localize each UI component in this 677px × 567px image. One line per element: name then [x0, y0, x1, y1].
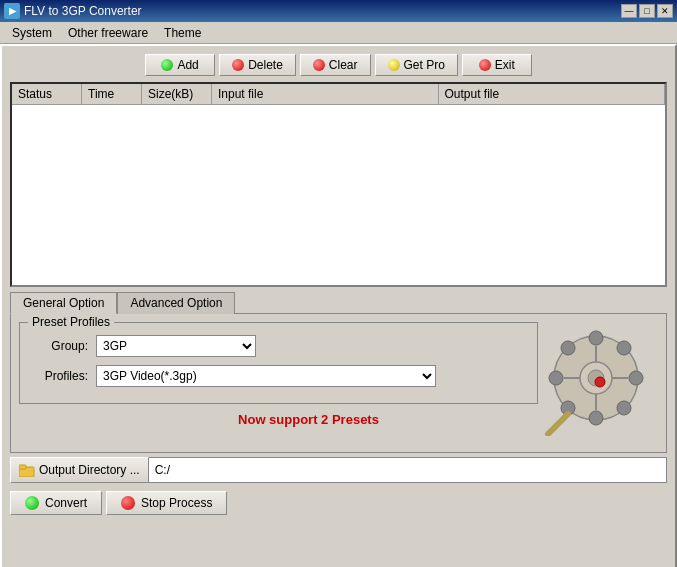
group-label: Group: — [28, 339, 88, 353]
group-row: Group: 3GP — [28, 335, 529, 357]
clear-button[interactable]: Clear — [300, 54, 371, 76]
svg-point-3 — [549, 371, 563, 385]
film-reel-container — [538, 326, 648, 436]
tab-general-option[interactable]: General Option — [10, 292, 117, 314]
window-title: FLV to 3GP Converter — [24, 4, 142, 18]
clear-label: Clear — [329, 58, 358, 72]
main-window: Add Delete Clear Get Pro Exit Status Tim… — [0, 44, 677, 567]
menu-bar: System Other freeware Theme — [0, 22, 677, 44]
convert-label: Convert — [45, 496, 87, 510]
svg-point-8 — [617, 401, 631, 415]
folder-icon — [19, 463, 35, 477]
output-path-input[interactable] — [149, 457, 667, 483]
svg-point-5 — [561, 341, 575, 355]
add-label: Add — [177, 58, 198, 72]
tab-content-inner: Preset Profiles Group: 3GP Profiles: 3GP… — [19, 322, 658, 436]
minimize-button[interactable]: — — [621, 4, 637, 18]
exit-button[interactable]: Exit — [462, 54, 532, 76]
file-list-body — [12, 105, 665, 285]
preset-profiles-group: Preset Profiles Group: 3GP Profiles: 3GP… — [19, 322, 538, 404]
film-reel-icon — [538, 326, 648, 436]
col-input: Input file — [212, 84, 439, 104]
tab-advanced-option[interactable]: Advanced Option — [117, 292, 235, 314]
tab-left: Preset Profiles Group: 3GP Profiles: 3GP… — [19, 322, 538, 427]
svg-rect-19 — [19, 465, 26, 469]
tabs-container: General Option Advanced Option Preset Pr… — [10, 291, 667, 453]
maximize-button[interactable]: □ — [639, 4, 655, 18]
svg-point-1 — [589, 331, 603, 345]
file-list-container: Status Time Size(kB) Input file Output f… — [10, 82, 667, 287]
svg-point-6 — [617, 341, 631, 355]
add-button[interactable]: Add — [145, 54, 215, 76]
add-icon — [161, 59, 173, 71]
get-pro-button[interactable]: Get Pro — [375, 54, 458, 76]
tabs-header: General Option Advanced Option — [10, 291, 667, 313]
title-bar-left: ▶ FLV to 3GP Converter — [4, 3, 142, 19]
svg-point-4 — [629, 371, 643, 385]
menu-system[interactable]: System — [4, 24, 60, 42]
stop-process-label: Stop Process — [141, 496, 212, 510]
output-row: Output Directory ... — [10, 457, 667, 483]
convert-icon — [25, 496, 39, 510]
output-directory-label: Output Directory ... — [39, 463, 140, 477]
col-output: Output file — [439, 84, 666, 104]
tab-content: Preset Profiles Group: 3GP Profiles: 3GP… — [10, 313, 667, 453]
col-time: Time — [82, 84, 142, 104]
title-controls: — □ ✕ — [621, 4, 673, 18]
toolbar: Add Delete Clear Get Pro Exit — [6, 50, 671, 80]
delete-button[interactable]: Delete — [219, 54, 296, 76]
file-list-header: Status Time Size(kB) Input file Output f… — [12, 84, 665, 105]
get-pro-label: Get Pro — [404, 58, 445, 72]
output-directory-button[interactable]: Output Directory ... — [10, 457, 149, 483]
profiles-label: Profiles: — [28, 369, 88, 383]
profiles-row: Profiles: 3GP Video(*.3gp) — [28, 365, 529, 387]
group-select[interactable]: 3GP — [96, 335, 256, 357]
preset-profiles-title: Preset Profiles — [28, 315, 114, 329]
exit-label: Exit — [495, 58, 515, 72]
stop-icon — [121, 496, 135, 510]
stop-process-button[interactable]: Stop Process — [106, 491, 227, 515]
convert-button[interactable]: Convert — [10, 491, 102, 515]
profiles-select[interactable]: 3GP Video(*.3gp) — [96, 365, 436, 387]
delete-label: Delete — [248, 58, 283, 72]
app-icon: ▶ — [4, 3, 20, 19]
clear-icon — [313, 59, 325, 71]
title-bar: ▶ FLV to 3GP Converter — □ ✕ — [0, 0, 677, 22]
svg-point-15 — [595, 377, 605, 387]
svg-line-16 — [548, 414, 568, 434]
menu-other-freeware[interactable]: Other freeware — [60, 24, 156, 42]
bottom-buttons: Convert Stop Process — [6, 487, 671, 519]
close-button[interactable]: ✕ — [657, 4, 673, 18]
exit-icon — [479, 59, 491, 71]
col-status: Status — [12, 84, 82, 104]
svg-point-2 — [589, 411, 603, 425]
delete-icon — [232, 59, 244, 71]
col-size: Size(kB) — [142, 84, 212, 104]
menu-theme[interactable]: Theme — [156, 24, 209, 42]
get-pro-icon — [388, 59, 400, 71]
support-text: Now support 2 Presets — [79, 412, 538, 427]
